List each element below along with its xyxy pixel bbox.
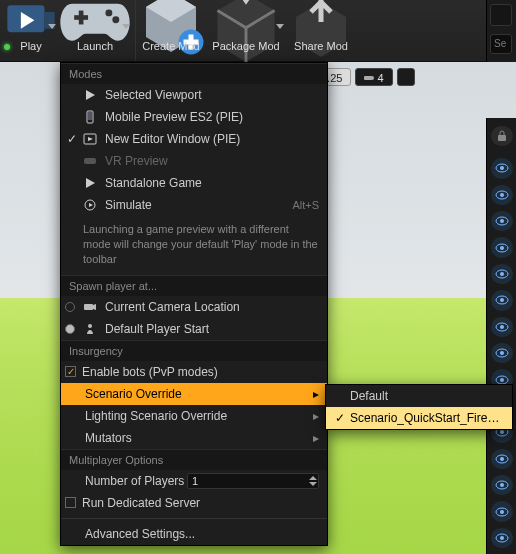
create-mod-icon bbox=[136, 6, 206, 38]
create-mod-button[interactable]: Create Mod bbox=[136, 0, 206, 61]
mode-standalone-game[interactable]: Standalone Game bbox=[61, 172, 327, 194]
svg-rect-45 bbox=[88, 112, 92, 120]
package-mod-icon bbox=[206, 6, 286, 38]
modes-help-text: Launching a game preview with a differen… bbox=[61, 216, 327, 275]
play-button[interactable]: Play bbox=[0, 0, 58, 61]
right-panel-header: Se bbox=[486, 0, 516, 62]
svg-rect-12 bbox=[498, 135, 506, 141]
multiplayer-section-header: Multiplayer Options bbox=[61, 449, 327, 470]
visibility-eye-icon[interactable] bbox=[491, 528, 513, 548]
visibility-eye-icon[interactable] bbox=[491, 449, 513, 469]
menu-item-label: Run Dedicated Server bbox=[82, 496, 319, 510]
visibility-eye-icon[interactable] bbox=[491, 237, 513, 257]
visibility-eye-icon[interactable] bbox=[491, 185, 513, 205]
svg-point-36 bbox=[500, 457, 504, 461]
visibility-eye-icon[interactable] bbox=[491, 158, 513, 178]
svg-point-24 bbox=[500, 298, 504, 302]
svg-rect-4 bbox=[79, 10, 84, 24]
num-players-input[interactable] bbox=[188, 475, 308, 487]
mode-new-editor-window[interactable]: ✓ New Editor Window (PIE) bbox=[61, 128, 327, 150]
visibility-eye-icon[interactable] bbox=[491, 290, 513, 310]
chevron-down-icon[interactable] bbox=[122, 24, 130, 29]
svg-point-38 bbox=[500, 483, 504, 487]
scenario-quickstart-firefight[interactable]: ✓ Scenario_QuickStart_Firefight bbox=[326, 407, 512, 429]
chevron-down-icon[interactable] bbox=[48, 24, 56, 29]
submenu-item-label: Scenario_QuickStart_Firefight bbox=[350, 411, 502, 425]
svg-point-20 bbox=[500, 246, 504, 250]
shortcut-label: Alt+S bbox=[292, 199, 319, 211]
mode-selected-viewport[interactable]: Selected Viewport bbox=[61, 84, 327, 106]
spawn-default-start[interactable]: Default Player Start bbox=[61, 318, 327, 340]
spawn-current-camera[interactable]: Current Camera Location bbox=[61, 296, 327, 318]
scenario-override-menu[interactable]: Scenario Override ▸ bbox=[61, 383, 327, 405]
svg-point-26 bbox=[500, 325, 504, 329]
mutators-menu[interactable]: Mutators ▸ bbox=[61, 427, 327, 449]
play-icon bbox=[81, 88, 99, 102]
share-mod-icon bbox=[286, 6, 356, 38]
insurgency-section-header: Insurgency bbox=[61, 340, 327, 361]
main-toolbar: Play Launch Create Mod Package Mod Share… bbox=[0, 0, 516, 62]
mode-mobile-preview[interactable]: Mobile Preview ES2 (PIE) bbox=[61, 106, 327, 128]
share-mod-button[interactable]: Share Mod bbox=[286, 0, 356, 61]
share-mod-label: Share Mod bbox=[286, 40, 356, 52]
svg-point-40 bbox=[500, 510, 504, 514]
visibility-eye-icon[interactable] bbox=[491, 211, 513, 231]
svg-rect-48 bbox=[84, 158, 96, 164]
visibility-eye-icon[interactable] bbox=[491, 317, 513, 337]
radio-icon bbox=[65, 302, 75, 312]
svg-point-6 bbox=[112, 16, 119, 23]
chevron-down-icon[interactable] bbox=[276, 24, 284, 29]
panel-tab[interactable] bbox=[490, 4, 512, 26]
camera-icon bbox=[81, 300, 99, 314]
num-players-spinner[interactable] bbox=[187, 473, 319, 489]
svg-point-30 bbox=[500, 378, 504, 382]
svg-point-5 bbox=[105, 9, 112, 16]
menu-item-label: Mutators bbox=[65, 431, 313, 445]
play-dropdown-menu: Modes Selected Viewport Mobile Preview E… bbox=[60, 62, 328, 546]
menu-item-label: VR Preview bbox=[105, 154, 319, 168]
modes-section-header: Modes bbox=[61, 63, 327, 84]
viewport-maximize[interactable] bbox=[397, 68, 415, 86]
menu-item-label: Enable bots (PvP modes) bbox=[82, 365, 319, 379]
menu-item-label: Selected Viewport bbox=[105, 88, 319, 102]
player-start-icon bbox=[81, 322, 99, 336]
vr-icon bbox=[81, 154, 99, 168]
spawn-section-header: Spawn player at... bbox=[61, 275, 327, 296]
lighting-override-menu[interactable]: Lighting Scenario Override ▸ bbox=[61, 405, 327, 427]
svg-marker-53 bbox=[93, 304, 96, 310]
advanced-settings[interactable]: Advanced Settings... bbox=[61, 523, 327, 545]
number-of-players-row[interactable]: Number of Players bbox=[61, 470, 327, 492]
svg-point-16 bbox=[500, 193, 504, 197]
enable-bots-toggle[interactable]: Enable bots (PvP modes) bbox=[61, 361, 327, 383]
svg-marker-51 bbox=[89, 203, 93, 207]
run-dedicated-toggle[interactable]: Run Dedicated Server bbox=[61, 492, 327, 514]
visibility-column bbox=[486, 118, 516, 554]
launch-button[interactable]: Launch bbox=[58, 0, 132, 61]
lock-icon[interactable] bbox=[491, 126, 513, 146]
gamepad-icon bbox=[58, 6, 132, 38]
visibility-eye-icon[interactable] bbox=[491, 343, 513, 363]
visibility-eye-icon[interactable] bbox=[491, 264, 513, 284]
scenario-default[interactable]: Default bbox=[326, 385, 512, 407]
create-mod-label: Create Mod bbox=[136, 40, 206, 52]
svg-point-11 bbox=[370, 76, 374, 80]
svg-point-22 bbox=[500, 272, 504, 276]
svg-point-28 bbox=[500, 351, 504, 355]
svg-marker-49 bbox=[86, 178, 95, 188]
visibility-eye-icon[interactable] bbox=[491, 501, 513, 521]
search-input[interactable]: Se bbox=[490, 34, 512, 54]
package-mod-button[interactable]: Package Mod bbox=[206, 0, 286, 61]
mode-simulate[interactable]: Simulate Alt+S bbox=[61, 194, 327, 216]
checkbox-icon bbox=[65, 497, 76, 508]
menu-item-label: Mobile Preview ES2 (PIE) bbox=[105, 110, 319, 124]
svg-marker-43 bbox=[86, 90, 95, 100]
camera-speed-value: 4 bbox=[377, 72, 383, 84]
check-icon: ✓ bbox=[65, 132, 79, 146]
visibility-eye-icon[interactable] bbox=[491, 475, 513, 495]
svg-point-42 bbox=[500, 536, 504, 540]
menu-item-label: Current Camera Location bbox=[105, 300, 319, 314]
play-icon bbox=[4, 6, 58, 38]
num-players-label: Number of Players bbox=[65, 474, 184, 488]
menu-item-label: Default Player Start bbox=[105, 322, 319, 336]
camera-speed[interactable]: 4 bbox=[355, 68, 392, 86]
